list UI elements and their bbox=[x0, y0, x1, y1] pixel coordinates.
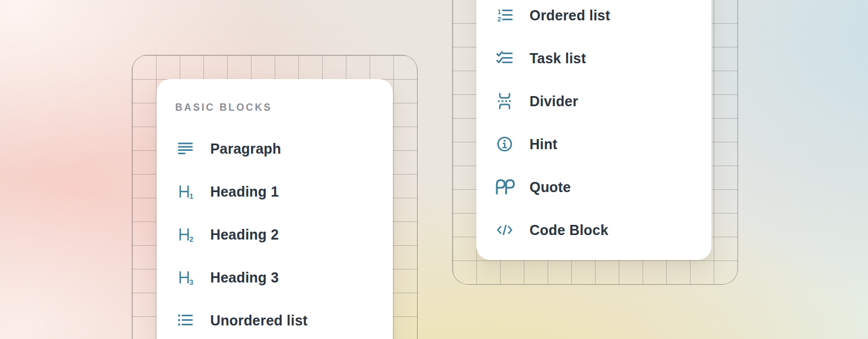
block-menu-right: 12Ordered listTask listDividerHintQuoteC… bbox=[476, 0, 711, 260]
ordered-list-icon: 12 bbox=[494, 6, 515, 24]
menu-item-code-block[interactable]: Code Block bbox=[494, 208, 711, 251]
menu-item-quote[interactable]: Quote bbox=[494, 166, 711, 208]
menu-item-hint[interactable]: Hint bbox=[494, 123, 711, 166]
svg-text:3: 3 bbox=[189, 279, 193, 286]
heading-3-icon: 3 bbox=[175, 268, 196, 286]
menu-item-label: Divider bbox=[530, 94, 578, 108]
paragraph-icon bbox=[175, 140, 196, 158]
menu-item-label: Quote bbox=[530, 180, 571, 194]
menu-item-divider[interactable]: Divider bbox=[494, 80, 711, 123]
unordered-list-icon bbox=[175, 311, 196, 329]
basic-blocks-section-label: BASIC BLOCKS bbox=[175, 103, 393, 112]
menu-item-label: Ordered list bbox=[530, 8, 610, 23]
divider-icon bbox=[494, 92, 515, 110]
svg-text:1: 1 bbox=[497, 8, 501, 15]
task-list-icon bbox=[494, 49, 515, 67]
menu-item-label: Task list bbox=[530, 51, 586, 66]
svg-text:2: 2 bbox=[497, 15, 501, 23]
menu-item-label: Code Block bbox=[530, 223, 609, 237]
menu-item-ordered-list[interactable]: 12Ordered list bbox=[494, 0, 711, 37]
menu-item-label: Unordered list bbox=[210, 314, 307, 328]
menu-item-heading-3[interactable]: 3Heading 3 bbox=[175, 256, 393, 299]
menu-item-unordered-list[interactable]: Unordered list bbox=[175, 299, 393, 339]
menu-item-heading-1[interactable]: 1Heading 1 bbox=[175, 170, 393, 213]
menu-item-label: Heading 3 bbox=[210, 271, 279, 285]
menu-item-label: Hint bbox=[530, 137, 557, 151]
menu-item-label: Heading 2 bbox=[210, 228, 279, 242]
hint-icon bbox=[494, 135, 515, 153]
menu-item-heading-2[interactable]: 2Heading 2 bbox=[175, 213, 393, 256]
quote-icon bbox=[494, 178, 515, 196]
menu-item-task-list[interactable]: Task list bbox=[494, 37, 711, 80]
block-menu-left: BASIC BLOCKS Paragraph1Heading 12Heading… bbox=[157, 79, 393, 339]
left-menu-items: Paragraph1Heading 12Heading 23Heading 3U… bbox=[175, 127, 393, 339]
heading-1-icon: 1 bbox=[175, 182, 196, 201]
menu-item-label: Paragraph bbox=[210, 142, 281, 156]
code-block-icon bbox=[494, 221, 515, 239]
svg-text:1: 1 bbox=[189, 193, 193, 201]
right-menu-items: 12Ordered listTask listDividerHintQuoteC… bbox=[494, 0, 711, 251]
page-background: { "theme": { "icon_color": "#3d7e99", "t… bbox=[0, 0, 868, 339]
svg-text:2: 2 bbox=[189, 236, 193, 244]
heading-2-icon: 2 bbox=[175, 225, 196, 244]
menu-item-label: Heading 1 bbox=[210, 185, 279, 199]
menu-item-paragraph[interactable]: Paragraph bbox=[175, 127, 393, 170]
